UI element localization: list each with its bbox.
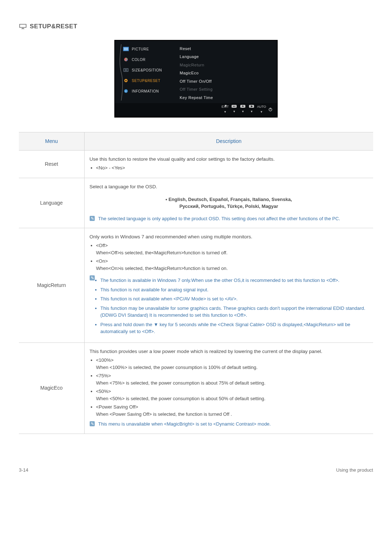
row-label-reset: Reset bbox=[19, 150, 84, 178]
magiceco-opt: <Power Saving Off> When <Power Saving Of… bbox=[96, 403, 368, 418]
table-row: Reset Use this function to restore the v… bbox=[19, 150, 373, 178]
language-intro: Select a language for the OSD. bbox=[90, 183, 368, 190]
svg-rect-5 bbox=[124, 48, 128, 50]
osd-exit-button: EXIT ▾ bbox=[221, 104, 229, 115]
magiceco-opt-body: When <50%> is selected, the power consum… bbox=[96, 396, 266, 401]
osd-right-item: Off Timer Setting bbox=[180, 86, 272, 93]
row-label-language: Language bbox=[19, 178, 84, 228]
magiceco-opt-body: When <100%> is selected, the power consu… bbox=[96, 365, 258, 370]
svg-point-12 bbox=[125, 80, 127, 81]
osd-power-button bbox=[268, 107, 273, 112]
osd-nav-button: ▾ bbox=[240, 104, 246, 114]
osd-right-item: Key Repeat Time bbox=[180, 95, 272, 101]
footer-page-number: 3-14 bbox=[19, 467, 28, 474]
row-label-magicreturn: MagicReturn bbox=[19, 228, 84, 343]
picture-icon bbox=[123, 47, 129, 51]
language-list-a: • English, Deutsch, Español, Français, I… bbox=[90, 196, 368, 203]
osd-right-item: MagicEco bbox=[180, 70, 272, 76]
palette-icon bbox=[123, 57, 129, 62]
svg-rect-2 bbox=[22, 28, 24, 29]
row-desc-magiceco: This function provides user a low power … bbox=[84, 342, 373, 434]
svg-text:✎: ✎ bbox=[90, 216, 94, 221]
osd-right-item: Off Timer On/Off bbox=[180, 78, 272, 85]
row-desc-language: Select a language for the OSD. • English… bbox=[84, 178, 373, 228]
osd-right-item: Language bbox=[180, 54, 272, 60]
svg-point-8 bbox=[126, 58, 127, 59]
osd-left-item-info: i INFORMATION bbox=[122, 87, 175, 95]
osd-left-item-setup: SETUP&RESET bbox=[122, 77, 175, 85]
magicreturn-note: The function is available in Windows 7 o… bbox=[101, 277, 368, 284]
magicreturn-note: Press and hold down the ▼ key for 5 seco… bbox=[101, 321, 368, 335]
osd-left-item-color: COLOR bbox=[122, 56, 175, 64]
svg-text:i: i bbox=[126, 90, 127, 93]
osd-nav-button: ▾ bbox=[231, 104, 237, 114]
note-icon: ✎ bbox=[90, 216, 95, 223]
osd-nav-button: ▾ bbox=[248, 104, 255, 114]
note-icon: ✎ bbox=[90, 421, 95, 428]
reset-option: <No> - <Yes> bbox=[96, 164, 368, 172]
section-title-text: SETUP&RESET bbox=[30, 22, 77, 31]
magicreturn-notes: ✎ The function is available in Windows 7… bbox=[90, 275, 368, 337]
info-icon: i bbox=[123, 89, 129, 93]
magicreturn-note: This function is not available when <PC/… bbox=[101, 295, 368, 303]
footer-section-name: Using the product bbox=[336, 467, 373, 474]
magicreturn-on-head: <On> bbox=[96, 258, 108, 264]
description-table: Menu Description Reset Use this function… bbox=[19, 132, 373, 434]
osd-left-item-size: SIZE&POSITION bbox=[122, 66, 175, 74]
down-triangle-icon: ▾ bbox=[224, 110, 226, 115]
magiceco-opt: <100%> When <100%> is selected, the powe… bbox=[96, 357, 368, 371]
osd-preview: PICTURE COLOR SIZE&POSITION SETUP&RESET … bbox=[19, 40, 373, 118]
magiceco-note-text: This menu is unavailable when <MagicBrig… bbox=[98, 420, 271, 428]
magicreturn-note: This function is not available for analo… bbox=[101, 286, 368, 294]
magicreturn-off-body: When<Off>is selected, the<MagicReturn>fu… bbox=[96, 250, 228, 255]
down-triangle-icon: ▾ bbox=[242, 109, 244, 114]
size-icon bbox=[123, 68, 129, 72]
down-triangle-icon: ▾ bbox=[251, 109, 253, 114]
osd-right-item: Reset bbox=[180, 46, 272, 52]
magiceco-opt-head: <Power Saving Off> bbox=[96, 404, 138, 410]
monitor-icon bbox=[19, 24, 27, 29]
svg-text:✎: ✎ bbox=[90, 422, 94, 426]
magiceco-opt-head: <75%> bbox=[96, 373, 111, 378]
table-row: MagicReturn Only works in Windows 7 and … bbox=[19, 228, 373, 343]
table-header-menu: Menu bbox=[19, 132, 84, 150]
table-row: Language Select a language for the OSD. … bbox=[19, 178, 373, 228]
osd-left-menu: PICTURE COLOR SIZE&POSITION SETUP&RESET … bbox=[115, 41, 178, 103]
magiceco-opt: <50%> When <50%> is selected, the power … bbox=[96, 388, 368, 402]
magiceco-intro: This function provides user a low power … bbox=[90, 348, 368, 355]
svg-rect-3 bbox=[21, 29, 25, 29]
magicreturn-on: <On> When<On>is selected, the<MagicRetur… bbox=[96, 258, 368, 272]
page-footer: 3-14 Using the product bbox=[19, 467, 373, 474]
magicreturn-note: This function may be unavailable for som… bbox=[101, 305, 368, 319]
magiceco-note: ✎ This menu is unavailable when <MagicBr… bbox=[90, 420, 368, 428]
magicreturn-on-body: When<On>is selected, the<MagicReturn>fun… bbox=[96, 266, 228, 271]
osd-right-item: MagicReturn bbox=[180, 62, 272, 68]
reset-intro: Use this function to restore the visual … bbox=[90, 156, 368, 163]
language-list-b: Русский, Português, Türkçe, Polski, Magy… bbox=[90, 203, 368, 210]
osd-left-item-picture: PICTURE bbox=[122, 45, 175, 53]
section-heading: SETUP&RESET bbox=[19, 22, 373, 31]
osd-left-label: COLOR bbox=[132, 57, 146, 62]
osd-right-menu: Reset Language MagicReturn MagicEco Off … bbox=[178, 41, 277, 103]
language-note: ✎ The selected language is only applied … bbox=[90, 215, 368, 223]
table-header-desc: Description bbox=[84, 132, 373, 150]
row-label-magiceco: MagicEco bbox=[19, 342, 84, 434]
magicreturn-off: <Off> When<Off>is selected, the<MagicRet… bbox=[96, 242, 368, 256]
note-icon: ✎ bbox=[90, 275, 95, 283]
down-triangle-icon: ▾ bbox=[233, 109, 235, 114]
row-desc-magicreturn: Only works in Windows 7 and recommended … bbox=[84, 228, 373, 343]
osd-auto-label: AUTO bbox=[257, 104, 266, 110]
magicreturn-intro: Only works in Windows 7 and recommended … bbox=[90, 233, 368, 241]
osd-left-label: PICTURE bbox=[132, 46, 149, 52]
gear-icon bbox=[123, 78, 129, 83]
magiceco-opt-body: When <Power Saving Off> is selected, the… bbox=[96, 411, 232, 417]
svg-point-6 bbox=[124, 58, 128, 61]
magiceco-opt-body: When <75%> is selected, the power consum… bbox=[96, 380, 266, 386]
magiceco-opt-head: <50%> bbox=[96, 389, 111, 394]
table-row: MagicEco This function provides user a l… bbox=[19, 342, 373, 434]
osd-exit-label: EXIT bbox=[221, 104, 229, 110]
language-note-text: The selected language is only applied to… bbox=[98, 215, 340, 223]
osd-left-label: SETUP&RESET bbox=[132, 78, 160, 83]
osd-left-label: INFORMATION bbox=[132, 89, 159, 94]
svg-text:✎: ✎ bbox=[90, 276, 94, 280]
